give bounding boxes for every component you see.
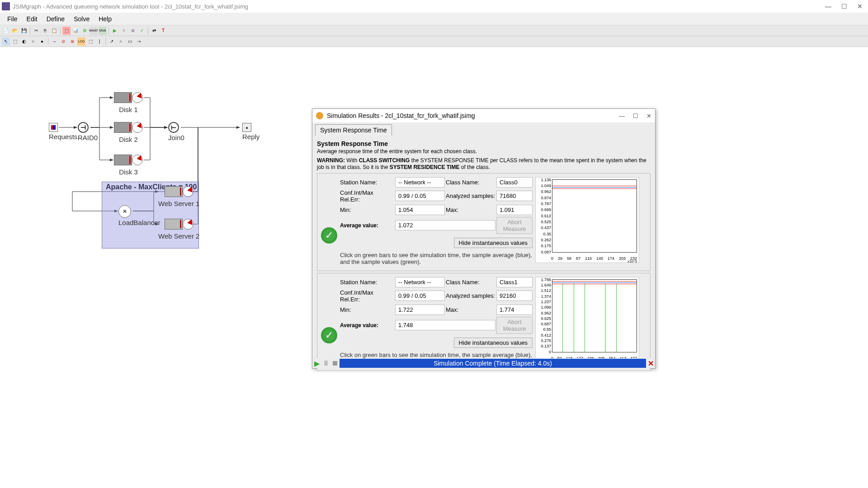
semaphore-icon[interactable]: | bbox=[95, 38, 104, 46]
value-station[interactable]: -- Network -- bbox=[395, 277, 445, 287]
tab-system-response-time[interactable]: System Response Time bbox=[315, 124, 392, 136]
dialog-close[interactable]: ✕ bbox=[646, 113, 651, 119]
node-reply[interactable] bbox=[242, 123, 251, 132]
label-station: Station Name: bbox=[340, 179, 394, 186]
node-web2-queue[interactable] bbox=[165, 219, 183, 230]
menu-solve[interactable]: Solve bbox=[69, 14, 94, 24]
node-disk3-queue[interactable] bbox=[114, 155, 132, 165]
label-avg: Average value: bbox=[340, 222, 394, 229]
label-max: Max: bbox=[446, 206, 495, 213]
text-icon[interactable]: T bbox=[159, 27, 167, 35]
transition-icon[interactable]: ▭ bbox=[126, 38, 134, 46]
connect-icon[interactable]: ⇢ bbox=[135, 38, 143, 46]
open-icon[interactable]: 📂 bbox=[11, 27, 19, 35]
new-icon[interactable]: 📄 bbox=[2, 27, 10, 35]
classes-icon[interactable]: ⬚ bbox=[62, 27, 71, 35]
value-avg[interactable]: 1.748 bbox=[395, 320, 495, 330]
dialog-maximize[interactable]: ☐ bbox=[633, 113, 638, 119]
abort-button[interactable]: Abort Measure bbox=[496, 217, 533, 234]
value-analyzed[interactable]: 71680 bbox=[496, 191, 533, 201]
chart-0[interactable]: 1.1361.0490.9620.8740.7870.6990.6120.525… bbox=[535, 177, 639, 263]
place-icon[interactable]: ○ bbox=[117, 38, 125, 46]
stop-icon[interactable]: ⏹ bbox=[129, 27, 137, 35]
sim-pause-icon[interactable]: ⏸ bbox=[321, 359, 330, 367]
maximize-button[interactable]: ☐ bbox=[841, 3, 847, 10]
node-web1-server[interactable] bbox=[183, 186, 193, 197]
label-conf: Conf.Int/Max Rel.Err: bbox=[340, 189, 394, 203]
hint-text: Click on green bars to see the simulatio… bbox=[340, 250, 533, 267]
menu-file[interactable]: File bbox=[3, 14, 22, 24]
value-class[interactable]: Class1 bbox=[496, 277, 533, 287]
results-icon[interactable]: ✓ bbox=[138, 27, 146, 35]
select-icon[interactable]: ↖ bbox=[2, 38, 10, 46]
node-label: RAID0 bbox=[78, 134, 98, 141]
dialog-minimize[interactable]: — bbox=[619, 113, 625, 119]
menu-edit[interactable]: Edit bbox=[22, 14, 42, 24]
router-icon[interactable]: → bbox=[50, 38, 58, 46]
dialog-results: Simulation Results - 2cl_10stat_fcr_fork… bbox=[312, 108, 656, 369]
close-button[interactable]: ✕ bbox=[857, 3, 863, 10]
whatif-icon[interactable]: WHAT bbox=[90, 27, 98, 35]
node-web1-queue[interactable] bbox=[165, 186, 183, 197]
abort-button[interactable]: Abort Measure bbox=[496, 317, 533, 334]
sim-close-icon[interactable]: ✕ bbox=[646, 359, 655, 368]
minimize-button[interactable]: — bbox=[825, 3, 831, 10]
sink-icon[interactable]: ● bbox=[38, 38, 46, 46]
params-icon[interactable]: ⚙ bbox=[80, 27, 89, 35]
value-analyzed[interactable]: 92160 bbox=[496, 291, 533, 301]
value-max[interactable]: 1.774 bbox=[496, 305, 533, 315]
panel-warning: WARNING: With CLASS SWITCHING the SYSTEM… bbox=[317, 157, 651, 171]
hide-values-button[interactable]: Hide instantaneous values bbox=[454, 338, 533, 348]
logger-icon[interactable]: LOG bbox=[77, 38, 85, 46]
node-web2-server[interactable] bbox=[183, 219, 193, 230]
value-min[interactable]: 1.722 bbox=[395, 305, 445, 315]
dialog-statusbar: ▶ ⏸ ⏹ Simulation Complete (Time Elapsed:… bbox=[312, 358, 655, 368]
menubar: File Edit Define Solve Help bbox=[0, 13, 868, 25]
convert-icon[interactable]: ⇄ bbox=[150, 27, 158, 35]
fork-icon[interactable]: ⊘ bbox=[59, 38, 67, 46]
toolbar-main: 📄 📂 💾 ✂ ⎘ 📋 ⬚ 📊 ⚙ WHAT MVA ▶ ⏸ ⏹ ✓ ⇄ T bbox=[0, 25, 868, 36]
hide-values-button[interactable]: Hide instantaneous values bbox=[454, 238, 533, 248]
node-raid0[interactable]: ⊣ bbox=[78, 122, 89, 133]
measures-icon[interactable]: 📊 bbox=[71, 27, 80, 35]
copy-icon[interactable]: ⎘ bbox=[41, 27, 49, 35]
value-conf[interactable]: 0.99 / 0.05 bbox=[395, 191, 445, 201]
measure-block-1: ✓ Station Name: -- Network -- Class Name… bbox=[317, 273, 651, 371]
paste-icon[interactable]: 📋 bbox=[50, 27, 58, 35]
source-icon[interactable]: ⬚ bbox=[11, 38, 19, 46]
chart-1[interactable]: 1.7861.6491.5121.3741.2371.0990.9620.825… bbox=[535, 277, 639, 363]
pause-icon[interactable]: ⏸ bbox=[120, 27, 128, 35]
save-icon[interactable]: 💾 bbox=[20, 27, 28, 35]
jmva-icon[interactable]: MVA bbox=[99, 27, 107, 35]
play-icon[interactable]: ▶ bbox=[111, 27, 119, 35]
measure-block-0: ✓ Station Name: -- Network -- Class Name… bbox=[317, 173, 651, 271]
join-icon[interactable]: ⊗ bbox=[68, 38, 76, 46]
menu-help[interactable]: Help bbox=[94, 14, 116, 24]
value-min[interactable]: 1.054 bbox=[395, 205, 445, 215]
value-conf[interactable]: 0.99 / 0.05 bbox=[395, 291, 445, 301]
node-requests[interactable] bbox=[49, 123, 58, 132]
menu-define[interactable]: Define bbox=[42, 14, 69, 24]
classswitch-icon[interactable]: ⬚ bbox=[86, 38, 94, 46]
node-join0[interactable]: ⊢ bbox=[168, 122, 179, 133]
node-disk1-queue[interactable] bbox=[114, 92, 132, 103]
value-max[interactable]: 1.091 bbox=[496, 205, 533, 215]
label-min: Min: bbox=[340, 306, 394, 313]
status-ok-icon: ✓ bbox=[321, 227, 337, 244]
queue-icon[interactable]: ◐ bbox=[20, 38, 28, 46]
node-disk2-server[interactable] bbox=[132, 122, 143, 133]
value-station[interactable]: -- Network -- bbox=[395, 177, 445, 188]
node-loadbalancer[interactable]: ✕ bbox=[118, 205, 131, 218]
node-disk3-server[interactable] bbox=[132, 155, 143, 165]
node-disk1-server[interactable] bbox=[132, 92, 143, 103]
delay-icon[interactable]: ○ bbox=[29, 38, 37, 46]
scaler-icon[interactable]: ↗ bbox=[108, 38, 116, 46]
value-class[interactable]: Class0 bbox=[496, 177, 533, 188]
value-avg[interactable]: 1.072 bbox=[395, 220, 495, 230]
sim-play-icon[interactable]: ▶ bbox=[312, 359, 321, 367]
cut-icon[interactable]: ✂ bbox=[32, 27, 40, 35]
node-disk2-queue[interactable] bbox=[114, 122, 132, 133]
dialog-titlebar[interactable]: Simulation Results - 2cl_10stat_fcr_fork… bbox=[312, 109, 655, 122]
sim-stop-icon[interactable]: ⏹ bbox=[330, 359, 340, 367]
window-title: JSIMgraph - Advanced queueing network si… bbox=[13, 3, 248, 10]
